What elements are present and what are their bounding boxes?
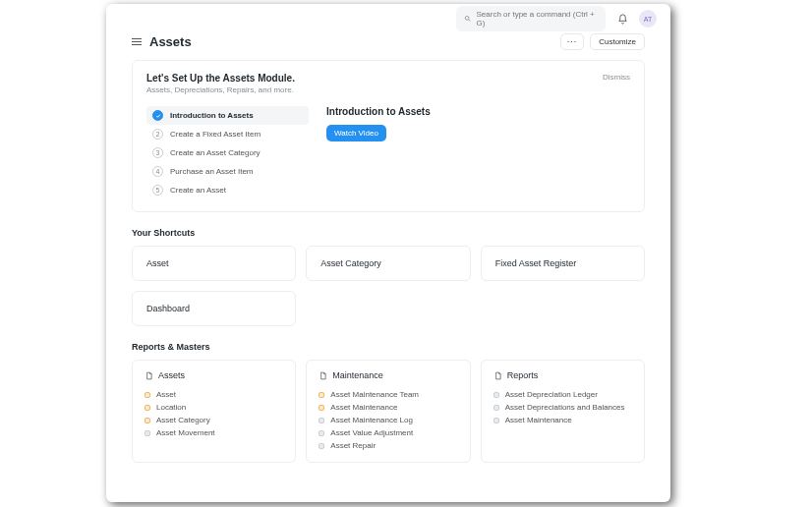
- topbar: Search or type a command (Ctrl + G) AT: [106, 4, 670, 33]
- onboarding-content-heading: Introduction to Assets: [326, 106, 630, 117]
- reports-link[interactable]: Asset Movement: [145, 426, 283, 439]
- status-dot: [319, 430, 324, 436]
- status-dot: [145, 430, 150, 436]
- customize-button[interactable]: Customize: [590, 33, 645, 50]
- shortcut-card[interactable]: Asset Category: [306, 246, 470, 281]
- shortcuts-grid: AssetAsset CategoryFixed Asset RegisterD…: [132, 246, 645, 326]
- status-dot: [493, 392, 499, 398]
- reports-link-label: Asset Maintenance: [505, 416, 572, 424]
- step-label: Introduction to Assets: [170, 111, 254, 120]
- onboarding-steps: Introduction to Assets2Create a Fixed As…: [146, 106, 309, 199]
- reports-link-label: Asset Maintenance Team: [330, 390, 419, 399]
- app-window: Search or type a command (Ctrl + G) AT A…: [106, 4, 670, 502]
- onboarding-step[interactable]: Introduction to Assets: [146, 106, 309, 125]
- search-input[interactable]: Search or type a command (Ctrl + G): [456, 6, 606, 31]
- reports-link[interactable]: Asset Depreciation Ledger: [493, 388, 632, 401]
- status-dot: [319, 392, 324, 398]
- reports-group: ReportsAsset Depreciation LedgerAsset De…: [481, 360, 645, 463]
- step-label: Create an Asset: [170, 186, 226, 195]
- reports-grid: AssetsAssetLocationAsset CategoryAsset M…: [132, 360, 645, 463]
- reports-link[interactable]: Asset Maintenance: [319, 401, 457, 414]
- svg-point-0: [465, 16, 469, 20]
- onboarding-step[interactable]: 3Create an Asset Category: [146, 143, 309, 162]
- onboarding-step[interactable]: 5Create an Asset: [146, 181, 309, 199]
- group-title-text: Assets: [158, 370, 185, 380]
- step-number: 2: [152, 129, 163, 140]
- notifications-button[interactable]: [613, 10, 631, 28]
- step-number: 5: [152, 185, 163, 196]
- reports-link[interactable]: Asset: [145, 388, 283, 401]
- reports-link[interactable]: Asset Value Adjustment: [319, 426, 457, 439]
- reports-link[interactable]: Asset Repair: [319, 439, 457, 452]
- reports-link-label: Asset Depreciations and Balances: [505, 403, 625, 412]
- reports-link-label: Asset: [156, 390, 176, 399]
- status-dot: [145, 418, 150, 423]
- status-dot: [319, 405, 324, 411]
- reports-group-title: Assets: [145, 370, 283, 380]
- page-title: Assets: [149, 34, 192, 49]
- reports-group-title: Reports: [493, 370, 632, 380]
- reports-link-label: Location: [156, 403, 186, 412]
- reports-link-label: Asset Depreciation Ledger: [505, 390, 598, 399]
- menu-icon[interactable]: [132, 38, 142, 45]
- document-icon: [145, 371, 153, 380]
- step-label: Create a Fixed Asset Item: [170, 130, 261, 139]
- onboarding-step[interactable]: 4Purchase an Asset Item: [146, 162, 309, 181]
- step-label: Purchase an Asset Item: [170, 167, 254, 176]
- reports-group-title: Maintenance: [319, 370, 457, 380]
- status-dot: [319, 443, 324, 449]
- reports-link-label: Asset Maintenance: [330, 403, 397, 412]
- group-title-text: Maintenance: [332, 370, 383, 380]
- reports-link[interactable]: Location: [145, 401, 283, 414]
- dismiss-button[interactable]: Dismiss: [603, 73, 630, 82]
- onboarding-content: Introduction to Assets Watch Video: [326, 106, 630, 199]
- search-icon: [464, 15, 472, 23]
- reports-link-label: Asset Movement: [156, 428, 215, 437]
- status-dot: [145, 392, 150, 398]
- reports-group: MaintenanceAsset Maintenance TeamAsset M…: [306, 360, 470, 463]
- onboarding-title: Let's Set Up the Assets Module.: [146, 73, 295, 84]
- reports-link[interactable]: Asset Maintenance: [493, 414, 632, 426]
- status-dot: [319, 418, 324, 423]
- avatar-initials: AT: [644, 16, 652, 23]
- reports-link-label: Asset Category: [156, 416, 210, 424]
- step-label: Create an Asset Category: [170, 148, 261, 157]
- status-dot: [493, 405, 499, 411]
- svg-line-1: [469, 20, 471, 22]
- shortcut-card[interactable]: Asset: [132, 246, 296, 281]
- group-title-text: Reports: [507, 370, 539, 380]
- reports-link[interactable]: Asset Depreciations and Balances: [493, 401, 632, 414]
- shortcut-card[interactable]: Dashboard: [132, 291, 296, 326]
- search-placeholder: Search or type a command (Ctrl + G): [477, 10, 598, 28]
- reports-link[interactable]: Asset Category: [145, 414, 283, 426]
- step-number: 3: [152, 147, 163, 158]
- step-check-icon: [152, 110, 163, 121]
- reports-link-label: Asset Value Adjustment: [330, 428, 413, 437]
- page-header: Assets ··· Customize: [132, 33, 645, 50]
- document-icon: [319, 371, 327, 380]
- reports-link-label: Asset Maintenance Log: [330, 416, 413, 424]
- bell-icon: [617, 14, 628, 25]
- onboarding-card: Let's Set Up the Assets Module. Assets, …: [132, 60, 645, 212]
- reports-link[interactable]: Asset Maintenance Log: [319, 414, 457, 426]
- onboarding-subtitle: Assets, Depreciations, Repairs, and more…: [146, 85, 295, 94]
- reports-group: AssetsAssetLocationAsset CategoryAsset M…: [132, 360, 296, 463]
- shortcuts-title: Your Shortcuts: [132, 228, 645, 238]
- reports-link-label: Asset Repair: [330, 441, 376, 450]
- status-dot: [493, 418, 499, 423]
- step-number: 4: [152, 166, 163, 177]
- onboarding-step[interactable]: 2Create a Fixed Asset Item: [146, 125, 309, 143]
- shortcut-card[interactable]: Fixed Asset Register: [481, 246, 645, 281]
- reports-title: Reports & Masters: [132, 342, 645, 352]
- document-icon: [493, 371, 502, 380]
- watch-video-button[interactable]: Watch Video: [326, 125, 386, 141]
- more-button[interactable]: ···: [560, 33, 585, 50]
- status-dot: [145, 405, 150, 411]
- reports-link[interactable]: Asset Maintenance Team: [319, 388, 457, 401]
- avatar[interactable]: AT: [639, 10, 657, 28]
